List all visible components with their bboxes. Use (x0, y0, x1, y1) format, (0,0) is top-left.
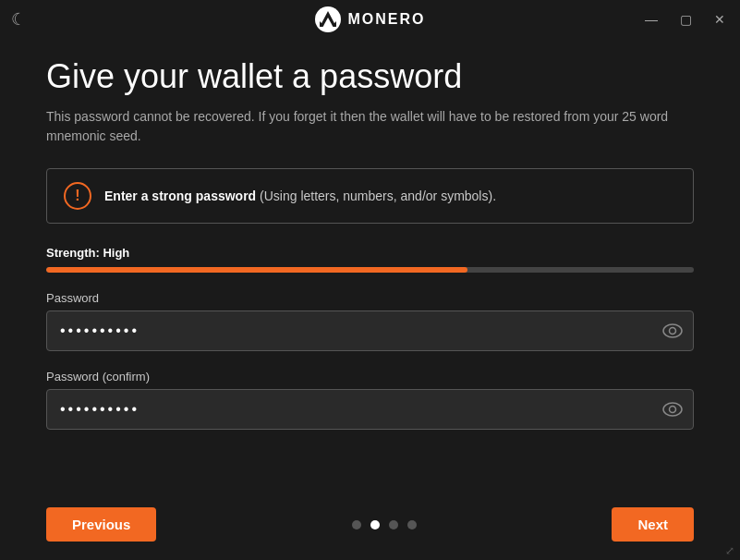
title-bar-center: MONERO (315, 6, 426, 32)
strength-bar-fill (46, 267, 467, 273)
monero-logo-icon (315, 6, 341, 32)
page-title: Give your wallet a password (46, 57, 694, 96)
svg-point-1 (663, 324, 682, 337)
pagination-dot-2 (370, 520, 380, 530)
password-confirm-visibility-toggle[interactable] (662, 402, 683, 417)
warning-text: Enter a strong password (Using letters, … (104, 189, 496, 203)
title-bar-left: ☾ (11, 9, 26, 30)
warning-text-strong: Enter a strong password (104, 189, 256, 203)
password-visibility-toggle[interactable] (662, 323, 683, 338)
pagination-dots (352, 520, 417, 530)
warning-icon: ! (64, 182, 91, 210)
previous-button[interactable]: Previous (46, 507, 156, 542)
strength-bar (46, 267, 694, 273)
minimize-button[interactable]: — (641, 10, 661, 29)
next-button[interactable]: Next (612, 507, 694, 542)
strength-label: Strength: High (46, 246, 694, 260)
pagination-dot-3 (389, 520, 398, 530)
password-field-container (46, 310, 694, 351)
moon-icon[interactable]: ☾ (11, 9, 26, 30)
password-input[interactable] (46, 310, 694, 351)
warning-text-rest: (Using letters, numbers, and/or symbols)… (256, 189, 496, 203)
strength-value: High (103, 246, 129, 260)
warning-box: ! Enter a strong password (Using letters… (46, 168, 694, 224)
svg-point-4 (670, 407, 676, 413)
pagination-dot-4 (407, 520, 417, 530)
password-confirm-input[interactable] (46, 389, 694, 430)
main-content: Give your wallet a password This passwor… (0, 39, 740, 467)
svg-point-2 (670, 328, 676, 335)
svg-point-0 (315, 6, 341, 32)
title-bar-right: — ▢ ✕ (641, 10, 729, 29)
password-label: Password (46, 291, 694, 305)
svg-point-3 (663, 403, 682, 416)
password-confirm-field-container (46, 389, 694, 430)
resize-handle[interactable]: ⤢ (725, 545, 734, 556)
pagination-dot-1 (352, 520, 361, 530)
password-confirm-label: Password (confirm) (46, 370, 694, 383)
close-button[interactable]: ✕ (710, 10, 729, 29)
maximize-button[interactable]: ▢ (676, 10, 696, 29)
page-subtitle: This password cannot be recovered. If yo… (46, 107, 694, 146)
title-bar: ☾ MONERO — ▢ ✕ (0, 0, 740, 39)
app-title: MONERO (348, 11, 426, 28)
footer: Previous Next (0, 507, 740, 542)
